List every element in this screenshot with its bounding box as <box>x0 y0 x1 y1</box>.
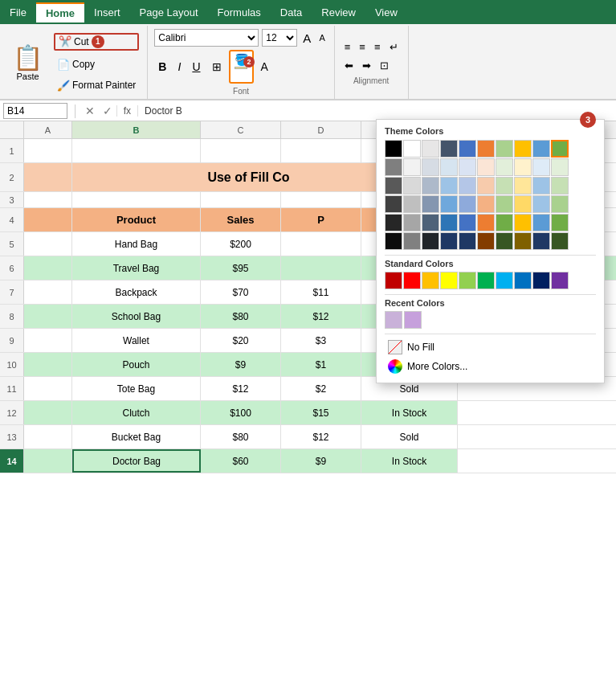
menu-item-data[interactable]: Data <box>271 3 312 22</box>
cell-product[interactable]: Bucket Bag <box>72 425 201 448</box>
cell[interactable] <box>24 280 72 304</box>
cell[interactable] <box>201 192 281 207</box>
color-swatch[interactable] <box>514 177 532 194</box>
color-swatch[interactable] <box>403 214 421 231</box>
cell[interactable]: $3 <box>281 329 361 352</box>
color-swatch[interactable] <box>422 140 439 158</box>
cut-button[interactable]: ✂️ Cut 1 <box>54 33 139 51</box>
col-header-c[interactable]: C <box>201 121 281 138</box>
cell-product[interactable]: Travel Bag <box>72 256 201 280</box>
cell-product[interactable]: Tote Bag <box>72 377 201 400</box>
cell-status[interactable]: In Stock <box>361 401 458 424</box>
cell[interactable] <box>24 163 72 191</box>
color-swatch[interactable] <box>422 195 439 213</box>
bold-button[interactable]: B <box>154 59 170 75</box>
cell[interactable]: $15 <box>281 401 361 424</box>
cell[interactable]: $12 <box>281 305 361 328</box>
color-swatch[interactable] <box>532 232 550 250</box>
color-swatch[interactable] <box>532 177 550 194</box>
color-swatch[interactable] <box>459 214 476 231</box>
underline-button[interactable]: U <box>188 59 204 75</box>
cell[interactable] <box>281 256 361 280</box>
cell-sales[interactable]: $80 <box>201 305 281 328</box>
header-col4[interactable]: P <box>281 208 361 231</box>
cell-sales[interactable]: $95 <box>201 256 281 280</box>
color-swatch[interactable] <box>551 140 569 158</box>
cell[interactable]: $1 <box>281 353 361 376</box>
paste-button[interactable]: 📋 Paste <box>5 27 51 97</box>
cell[interactable] <box>24 192 72 207</box>
menu-item-page-layout[interactable]: Page Layout <box>130 3 208 22</box>
more-colors-row[interactable]: More Colors... <box>385 357 596 376</box>
color-swatch[interactable] <box>385 232 402 250</box>
header-product[interactable]: Product <box>72 208 201 231</box>
color-swatch[interactable] <box>459 140 476 158</box>
color-swatch[interactable] <box>514 140 532 158</box>
font-size-select[interactable]: 12 <box>262 29 297 47</box>
merge-button[interactable]: ⊡ <box>377 58 392 73</box>
color-swatch[interactable] <box>440 158 458 176</box>
cell-sales[interactable]: $80 <box>201 425 281 448</box>
cell[interactable] <box>281 232 361 256</box>
font-shrink-button[interactable]: A <box>316 32 327 43</box>
color-swatch[interactable] <box>403 195 421 213</box>
color-swatch[interactable] <box>422 232 439 250</box>
align-center-button[interactable]: ≡ <box>356 39 369 55</box>
cell-status[interactable]: In Stock <box>361 449 458 473</box>
color-swatch[interactable] <box>551 177 569 194</box>
title-cell[interactable]: Use of Fill Co <box>72 163 426 191</box>
color-swatch[interactable] <box>403 232 421 250</box>
col-header-d[interactable]: D <box>281 121 361 138</box>
cell[interactable] <box>72 192 201 207</box>
cell[interactable] <box>24 139 72 162</box>
color-swatch[interactable] <box>459 232 476 250</box>
font-grow-button[interactable]: A <box>300 31 313 46</box>
color-swatch[interactable] <box>496 140 513 158</box>
align-left-button[interactable]: ≡ <box>341 39 354 55</box>
menu-item-insert[interactable]: Insert <box>84 3 130 22</box>
cell-sales[interactable]: $100 <box>201 401 281 424</box>
color-swatch[interactable] <box>551 158 569 176</box>
cell-sales[interactable]: $60 <box>201 449 281 473</box>
indent-inc-button[interactable]: ➡ <box>359 58 374 73</box>
header-sales[interactable]: Sales <box>201 208 281 231</box>
color-swatch[interactable] <box>532 272 550 289</box>
cell-product[interactable]: Backpack <box>72 280 201 304</box>
color-swatch[interactable] <box>440 232 458 250</box>
menu-item-review[interactable]: Review <box>312 3 365 22</box>
border-button[interactable]: ⊞ <box>208 59 226 75</box>
menu-item-view[interactable]: View <box>365 3 407 22</box>
cancel-icon[interactable]: ✕ <box>81 104 99 117</box>
cell-sales[interactable]: $9 <box>201 353 281 376</box>
cell[interactable] <box>281 139 361 162</box>
color-swatch[interactable] <box>477 232 495 250</box>
color-swatch[interactable] <box>422 272 439 289</box>
color-swatch[interactable] <box>514 195 532 213</box>
cell-product[interactable]: Clutch <box>72 401 201 424</box>
cell[interactable]: $9 <box>281 449 361 473</box>
fill-color-button[interactable]: 🪣 2 <box>229 50 254 84</box>
color-swatch[interactable] <box>551 232 569 250</box>
color-swatch[interactable] <box>440 272 458 289</box>
color-swatch[interactable] <box>477 177 495 194</box>
indent-dec-button[interactable]: ⬅ <box>341 58 357 73</box>
color-swatch[interactable] <box>403 158 421 176</box>
cell-sales[interactable]: $12 <box>201 377 281 400</box>
cell[interactable] <box>24 208 72 231</box>
cell-sales[interactable]: $200 <box>201 232 281 256</box>
cell-status[interactable]: Sold <box>361 425 458 448</box>
confirm-icon[interactable]: ✓ <box>99 104 116 117</box>
cell-product[interactable]: Doctor Bag <box>72 449 201 473</box>
cell-sales[interactable]: $20 <box>201 329 281 352</box>
wrap-text-button[interactable]: ↵ <box>386 39 402 55</box>
cell[interactable] <box>24 305 72 328</box>
cell[interactable] <box>281 192 361 207</box>
color-swatch[interactable] <box>496 158 513 176</box>
color-swatch[interactable] <box>385 177 402 194</box>
font-family-select[interactable]: Calibri <box>154 29 259 47</box>
color-swatch[interactable] <box>551 195 569 213</box>
color-swatch[interactable] <box>496 272 513 289</box>
font-color-button[interactable]: A <box>257 59 272 75</box>
menu-item-home[interactable]: Home <box>36 2 84 23</box>
color-swatch[interactable] <box>422 177 439 194</box>
